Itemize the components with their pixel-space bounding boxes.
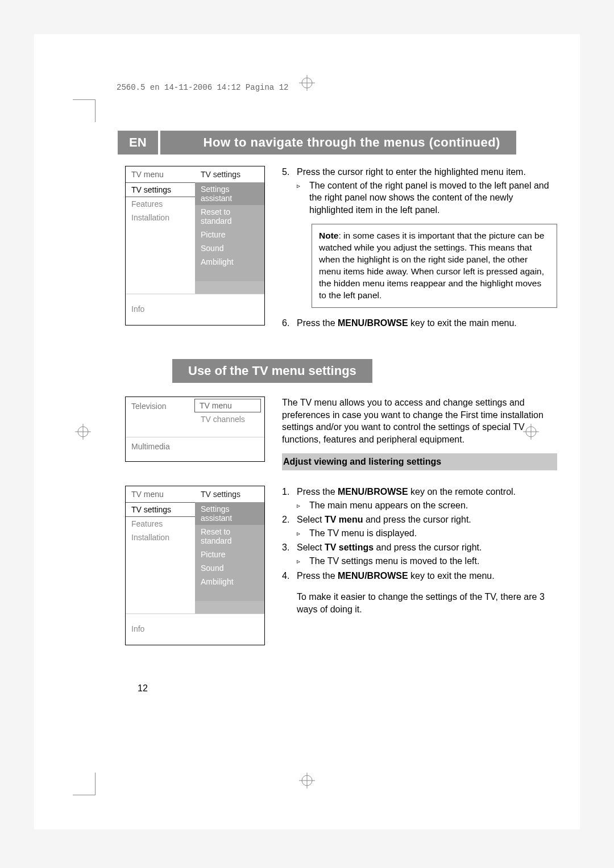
step-number: 6. xyxy=(282,317,297,329)
menu-item: Ambilight xyxy=(195,575,264,589)
registration-mark-icon xyxy=(299,75,315,91)
menu-left-header: TV menu xyxy=(126,166,195,182)
subsection-heading: Adjust viewing and listering settings xyxy=(282,453,557,470)
menu-item: Sound xyxy=(195,241,264,255)
step-number: 5. xyxy=(282,166,297,308)
page-number: 12 xyxy=(138,683,148,694)
triangle-icon: ▹ xyxy=(297,555,309,567)
menu-item: Ambilight xyxy=(195,255,264,269)
tv-menu-screenshot: TV menu TV settings Features Installatio… xyxy=(125,166,265,326)
menu-item: Reset to standard xyxy=(195,525,264,548)
language-badge: EN xyxy=(118,131,158,155)
menu-left-header: Television xyxy=(131,402,195,411)
print-header: 2560.5 en 14-11-2006 14:12 Pagina 12 xyxy=(117,83,288,92)
note-text: : in some cases it is important that the… xyxy=(319,231,544,300)
menu-item: Settings assistant xyxy=(195,182,264,205)
menu-right-header: TV menu xyxy=(194,399,261,412)
note-box: Note: in some cases it is important that… xyxy=(312,224,557,308)
menu-item: Features xyxy=(126,197,195,211)
manual-page: 2560.5 en 14-11-2006 14:12 Pagina 12 EN … xyxy=(34,34,580,829)
section-tv-menu-top: Television TV menu TV channels Multimedi… xyxy=(125,397,557,477)
menu-item: Sound xyxy=(195,561,264,575)
menu-item: TV settings xyxy=(126,502,195,517)
outro-text: To make it easier to change the settings… xyxy=(282,591,557,615)
menu-item: Features xyxy=(126,517,195,531)
triangle-icon: ▹ xyxy=(297,180,309,216)
tv-menu-screenshot-small: Television TV menu TV channels Multimedi… xyxy=(125,397,265,462)
menu-item: Installation xyxy=(126,531,195,544)
step-text: Press the cursor right to enter the high… xyxy=(297,167,526,177)
crop-mark-icon xyxy=(73,99,96,122)
instructions-text: 5. Press the cursor right to enter the h… xyxy=(282,166,557,332)
triangle-icon: ▹ xyxy=(297,527,309,540)
menu-item: TV channels xyxy=(195,412,261,426)
step-subtext: The content of the right panel is moved … xyxy=(309,180,557,216)
menu-left-header: TV menu xyxy=(126,486,195,502)
menu-right-header: TV settings xyxy=(195,166,264,182)
section-navigate-menus: TV menu TV settings Features Installatio… xyxy=(125,166,557,332)
registration-mark-icon xyxy=(299,773,315,788)
menu-item: Reset to standard xyxy=(195,205,264,228)
section-tv-menu-bottom: TV menu TV settings Features Installatio… xyxy=(125,486,557,645)
menu-item: Settings assistant xyxy=(195,502,264,525)
section-title-row: EN How to navigate through the menus (co… xyxy=(118,131,516,155)
menu-right-header: TV settings xyxy=(195,486,264,502)
menu-multimedia-label: Multimedia xyxy=(126,437,264,461)
tv-menu-screenshot: TV menu TV settings Features Installatio… xyxy=(125,486,265,645)
section-title: Use of the TV menu settings xyxy=(172,359,372,383)
menu-item: Picture xyxy=(195,548,264,561)
menu-item: TV settings xyxy=(126,182,195,197)
menu-info-label: Info xyxy=(126,294,264,325)
menu-item: Picture xyxy=(195,228,264,241)
triangle-icon: ▹ xyxy=(297,499,309,512)
section-title: How to navigate through the menus (conti… xyxy=(160,131,516,155)
steps-text: 1. Press the MENU/BROWSE key on the remo… xyxy=(282,486,557,615)
registration-mark-icon xyxy=(75,424,91,440)
intro-text: The TV menu allows you to access and cha… xyxy=(282,397,557,477)
crop-mark-icon xyxy=(73,773,96,795)
menu-info-label: Info xyxy=(126,614,264,645)
menu-item: Installation xyxy=(126,211,195,224)
note-label: Note xyxy=(319,231,338,240)
